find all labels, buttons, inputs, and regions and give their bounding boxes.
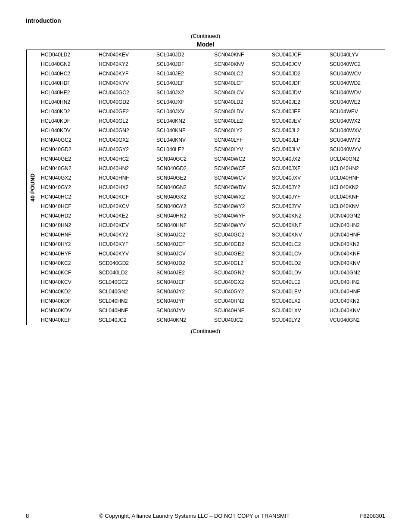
table-cell: SCN040GY2	[154, 202, 212, 211]
table-cell: SCD040LD2	[96, 268, 154, 277]
table-cell: SCU040LY2	[269, 315, 327, 325]
table-cell: SCU040LDV	[269, 268, 327, 277]
table-cell: SCU040JD2	[269, 69, 327, 78]
table-cell: HCU040GX2	[96, 135, 154, 145]
table-cell: HCU040KYV	[96, 249, 154, 258]
table-cell: SCU040JCV	[269, 59, 327, 69]
table-cell: SCL040KNV	[154, 135, 212, 145]
table-cell: HCN040KC2	[38, 258, 96, 268]
table-cell: SCU040JY2	[269, 183, 327, 192]
table-cell: SCU040JDF	[269, 78, 327, 88]
table-cell: SCN040JYF	[154, 296, 212, 306]
table-cell: SCL040JEF	[154, 78, 212, 88]
table-cell: UCN040KNV	[327, 258, 385, 268]
table-cell: SCU040GY2	[212, 287, 269, 296]
table-cell: SCN040KNF	[212, 50, 269, 59]
table-cell: SCN040JCF	[154, 240, 212, 249]
table-cell: SCU040JEF	[269, 107, 327, 116]
table-cell: HCL040HDF	[38, 78, 96, 88]
table-cell: SCU040KNV	[269, 230, 327, 240]
table-cell: UCL040KNF	[327, 192, 385, 202]
table-cell: SCN040WCF	[212, 164, 269, 173]
table-cell: SCN040WDV	[212, 183, 269, 192]
table-cell: SCU040JEV	[269, 116, 327, 126]
table-cell: HCN040KDF	[38, 296, 96, 306]
table-cell: HCN040KYV	[96, 78, 154, 88]
table-cell: SCU040LX2	[269, 296, 327, 306]
table-cell: SCU040GD2	[212, 240, 269, 249]
table-cell: SCU040WX2	[327, 116, 385, 126]
table-cell: HCU040GC2	[96, 88, 154, 97]
page-number: 8	[26, 513, 29, 519]
table-cell: SCN040GC2	[154, 154, 212, 164]
table-cell: SCL040KN2	[154, 116, 212, 126]
table-cell: HCD040LD2	[38, 50, 96, 59]
table-cell: SCU040JC2	[212, 315, 269, 325]
table-cell: UCL040GN2	[327, 154, 385, 164]
table-cell: SCN040LDV	[212, 107, 269, 116]
table-cell: SCU040WDV	[327, 88, 385, 97]
table-cell: SCU040GE2	[212, 249, 269, 258]
table-cell: SCU040LE2	[269, 277, 327, 287]
table-cell: HCN040HD2	[38, 211, 96, 221]
table-cell: SCU040HNF	[212, 306, 269, 315]
table-cell: SCN040LYV	[212, 145, 269, 154]
table-cell: HCU040KEV	[96, 221, 154, 230]
table-cell: HCN040KDV	[38, 306, 96, 315]
table-cell: HCU040HC2	[96, 154, 154, 164]
table-cell: SCU040HN2	[212, 296, 269, 306]
table-cell: UCN040HNF	[327, 230, 385, 240]
table-cell: SCU040GN2	[212, 268, 269, 277]
table-cell: HCN040KCF	[38, 268, 96, 277]
table-cell: SCN040LE2	[212, 116, 269, 126]
model-header: Model	[26, 41, 385, 48]
table-cell: HCL040GN2	[38, 59, 96, 69]
table-cell: SCU040KN2	[269, 211, 327, 221]
table-cell: UCN040KN2	[327, 240, 385, 249]
table-cell: SCN040LCF	[212, 78, 269, 88]
table-cell: HCU040GY2	[96, 145, 154, 154]
table-cell: SCN040WX2	[212, 192, 269, 202]
table-cell: SCU040LYV	[327, 50, 385, 59]
table-cell: SCU040JXV	[269, 173, 327, 183]
table-cell: SCL040GC2	[96, 277, 154, 287]
table-cell: SCU040JX2	[269, 154, 327, 164]
table-cell: UCN040GN2	[327, 211, 385, 221]
table-cell: SCN040KNV	[212, 59, 269, 69]
table-cell: SCU040WXV	[327, 126, 385, 135]
table-cell: SCN040GD2	[154, 164, 212, 173]
table-cell: SCN040KN2	[154, 315, 212, 325]
table-cell: SCN040JC2	[154, 230, 212, 240]
table-cell: SCN040WYV	[212, 221, 269, 230]
table-cell: SCN040GX2	[154, 192, 212, 202]
table-cell: SCU040LC2	[269, 240, 327, 249]
table-cell: UCL040KNV	[327, 202, 385, 211]
table-cell: UCU040KN2	[327, 296, 385, 306]
section-title: Introduction	[26, 17, 385, 24]
table-cell: SCN040JE2	[154, 268, 212, 277]
table-cell: HCN040KD2	[38, 287, 96, 296]
table-cell: SCU040WD2	[327, 78, 385, 88]
table-cell: SCL040JC2	[96, 315, 154, 325]
table-cell: SCU040JYV	[269, 202, 327, 211]
table-cell: HCN040HY2	[38, 240, 96, 249]
table-cell: HCL040HC2	[38, 69, 96, 78]
page: Introduction (Continued) Model 40 POUND …	[0, 0, 411, 532]
table-cell: UCU040KNV	[327, 306, 385, 315]
table-cell: HCN040GN2	[38, 164, 96, 173]
table-cell: HCU040KE2	[96, 211, 154, 221]
table-cell: HCU040KCV	[96, 202, 154, 211]
data-grid: HCD040LD2HCN040KEVSCL040JD2SCN040KNFSCU0…	[38, 50, 385, 325]
table-cell: HCN040HN2	[38, 221, 96, 230]
table-cell: HCN040GY2	[38, 183, 96, 192]
model-table: 40 POUND HCD040LD2HCN040KEVSCL040JD2SCN0…	[26, 50, 385, 325]
row-label: 40 POUND	[26, 50, 38, 325]
table-cell: HCN040KEV	[96, 50, 154, 59]
table-cell: SCU040LD2	[269, 258, 327, 268]
table-cell: UCN040HN2	[327, 221, 385, 230]
table-cell: SCN040LD2	[212, 97, 269, 107]
continued-top: (Continued)	[26, 33, 385, 39]
table-cell: HCN040KCV	[38, 277, 96, 287]
table-cell: SCL040JDF	[154, 59, 212, 69]
table-cell: UCL040HN2	[327, 164, 385, 173]
